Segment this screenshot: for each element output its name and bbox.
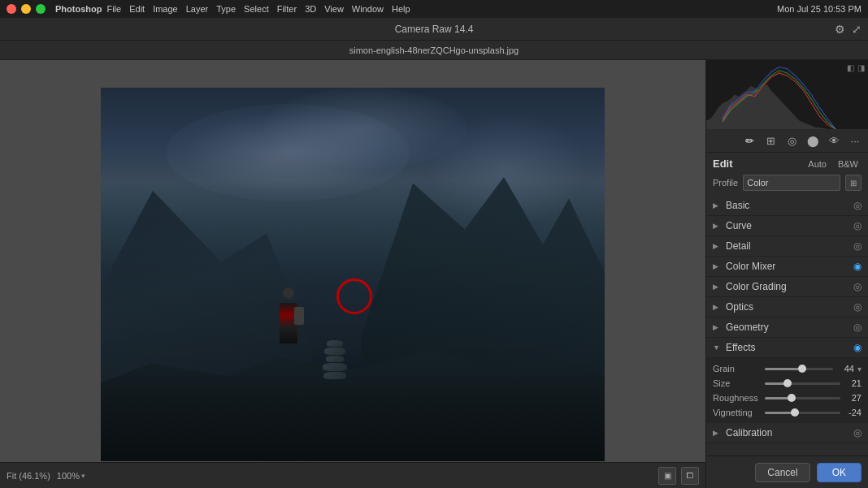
size-slider-thumb[interactable]	[783, 379, 792, 387]
menu-window[interactable]: Window	[352, 4, 384, 14]
grain-row: Grain 44 ▾	[706, 361, 868, 376]
settings-icon[interactable]: ⚙	[835, 23, 845, 36]
section-optics-icon[interactable]: ◎	[853, 301, 861, 313]
effects-content: Grain 44 ▾ Size 21	[706, 358, 868, 423]
traffic-light-red[interactable]	[7, 4, 16, 14]
red-eye-tool-btn[interactable]: 👁	[826, 132, 842, 149]
menu-help[interactable]: Help	[392, 4, 410, 14]
section-color-grading-icon[interactable]: ◎	[853, 281, 861, 292]
menu-select[interactable]: Select	[244, 4, 269, 14]
grain-slider-track[interactable]	[765, 368, 833, 370]
vignetting-slider-track[interactable]	[765, 412, 840, 414]
vignetting-value: -24	[844, 408, 861, 417]
more-btn[interactable]: ···	[847, 132, 863, 149]
canvas-area: Fit (46.1%) 100% ▾ ▣ ⧠	[0, 60, 705, 488]
vignetting-slider-thumb[interactable]	[791, 408, 799, 417]
roughness-value: 27	[844, 393, 861, 403]
menu-filter[interactable]: Filter	[277, 4, 297, 14]
section-effects[interactable]: ▼ Effects ◉	[706, 338, 868, 358]
size-slider-track[interactable]	[765, 382, 840, 385]
section-curve-icon[interactable]: ◎	[853, 220, 861, 231]
edit-section: Edit Auto B&W Profile Color Landscape Po…	[706, 153, 868, 456]
histogram: ◧ ◨	[706, 60, 868, 129]
section-calibration-icon[interactable]: ◎	[853, 427, 861, 438]
mask-tool-btn[interactable]: ⬤	[805, 132, 821, 149]
grain-value: 44	[836, 364, 854, 374]
edit-tool-btn[interactable]: ✏	[741, 132, 757, 149]
heal-tool-btn[interactable]: ◎	[783, 132, 800, 149]
section-geometry-icon[interactable]: ◎	[853, 322, 861, 333]
menu-type[interactable]: Type	[216, 4, 236, 14]
cairn-stone-3	[326, 356, 344, 362]
section-color-mixer-label: Color Mixer	[726, 261, 853, 272]
size-value: 21	[844, 378, 861, 388]
app-name: Photoshop	[55, 4, 102, 14]
chevron-right-icon: ▶	[713, 222, 723, 230]
cr-title: Camera Raw 14.4	[395, 24, 474, 35]
cairn-stone-1	[327, 340, 343, 347]
section-calibration[interactable]: ▶ Calibration ◎	[706, 423, 868, 443]
section-basic-label: Basic	[726, 200, 853, 211]
expand-icon[interactable]: ⤢	[852, 23, 861, 36]
section-color-grading-label: Color Grading	[726, 281, 853, 292]
grain-slider-fill	[765, 368, 802, 370]
split-view-btn[interactable]: ⧠	[681, 467, 699, 485]
crop-tool-btn[interactable]: ⊞	[762, 132, 779, 149]
roughness-slider-track[interactable]	[765, 397, 840, 399]
section-calibration-label: Calibration	[726, 427, 853, 438]
section-detail-icon[interactable]: ◎	[853, 240, 861, 252]
cairn-stone-5	[323, 372, 346, 379]
datetime: Mon Jul 25 10:53 PM	[777, 4, 861, 14]
section-basic[interactable]: ▶ Basic ◎	[706, 196, 868, 216]
section-curve[interactable]: ▶ Curve ◎	[706, 216, 868, 236]
profile-grid-btn[interactable]: ⊞	[845, 175, 861, 191]
menu-file[interactable]: File	[106, 4, 121, 14]
zoom-chevron-icon[interactable]: ▾	[81, 472, 85, 480]
view-toggle-icons: ▣ ⧠	[658, 467, 699, 485]
grain-dropdown-icon[interactable]: ▾	[857, 365, 861, 374]
section-color-grading[interactable]: ▶ Color Grading ◎	[706, 277, 868, 297]
mac-bar-left: Photoshop File Edit Image Layer Type Sel…	[7, 4, 410, 14]
section-detail[interactable]: ▶ Detail ◎	[706, 236, 868, 257]
section-geometry[interactable]: ▶ Geometry ◎	[706, 317, 868, 338]
menu-image[interactable]: Image	[153, 4, 178, 14]
traffic-light-green[interactable]	[36, 4, 46, 14]
traffic-light-yellow[interactable]	[21, 4, 31, 14]
titlebar-icons: ⚙ ⤢	[835, 23, 861, 36]
chevron-right-icon: ▶	[713, 242, 723, 250]
histogram-clip-shadow-icon[interactable]: ◧	[847, 63, 854, 72]
section-effects-icon[interactable]: ◉	[853, 342, 861, 353]
chevron-down-icon: ▼	[713, 343, 723, 352]
menu-3d[interactable]: 3D	[305, 4, 316, 14]
bw-btn[interactable]: B&W	[835, 158, 861, 170]
mac-bar-right: Mon Jul 25 10:53 PM	[777, 4, 861, 14]
menu-edit[interactable]: Edit	[129, 4, 145, 14]
histogram-svg	[706, 60, 868, 129]
panel-tool-icons: ✏ ⊞ ◎ ⬤ 👁 ···	[706, 129, 868, 153]
profile-select[interactable]: Color Landscape Portrait Vivid B&W	[743, 175, 840, 191]
auto-btn[interactable]: Auto	[805, 158, 830, 170]
histogram-clip-highlight-icon[interactable]: ◨	[857, 63, 865, 72]
zoom-percent[interactable]: 100% ▾	[57, 471, 85, 481]
hiker-figure	[280, 292, 297, 343]
grain-label: Grain	[713, 364, 762, 374]
edit-header: Edit Auto B&W	[706, 153, 868, 173]
vignetting-row: Vignetting -24	[706, 405, 868, 420]
section-optics[interactable]: ▶ Optics ◎	[706, 297, 868, 317]
cancel-button[interactable]: Cancel	[755, 463, 809, 482]
section-color-mixer[interactable]: ▶ Color Mixer ◉	[706, 257, 868, 277]
chevron-right-icon: ▶	[713, 303, 723, 311]
cairn-stone-2	[324, 348, 345, 355]
ok-button[interactable]: OK	[817, 463, 861, 482]
roughness-slider-thumb[interactable]	[788, 394, 796, 402]
hiker-body	[280, 303, 297, 343]
fit-info: Fit (46.1%)	[7, 471, 50, 481]
menu-layer[interactable]: Layer	[186, 4, 209, 14]
grain-slider-thumb[interactable]	[798, 365, 806, 373]
section-basic-icon[interactable]: ◎	[853, 200, 861, 211]
chevron-right-icon: ▶	[713, 429, 723, 437]
single-view-btn[interactable]: ▣	[658, 467, 676, 485]
section-color-mixer-icon[interactable]: ◉	[853, 261, 861, 272]
menu-view[interactable]: View	[324, 4, 344, 14]
right-panel: ◧ ◨ ✏ ⊞ ◎ ⬤ 👁 ··· Edit Auto B&W	[705, 60, 868, 488]
